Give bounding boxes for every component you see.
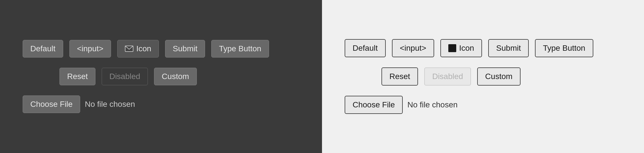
dark-choose-file-button[interactable]: Choose File [23,95,80,113]
dark-custom-button[interactable]: Custom [154,68,197,85]
light-input-button[interactable]: <input> [392,39,434,57]
envelope-icon [125,46,133,52]
dark-panel: Default <input> Icon Submit Type Button … [0,0,322,153]
light-file-row: Choose File No file chosen [345,96,621,114]
light-choose-file-button[interactable]: Choose File [345,96,403,114]
dark-submit-button[interactable]: Submit [165,40,205,58]
dark-no-file-text: No file chosen [85,100,135,109]
dark-input-button[interactable]: <input> [69,40,111,58]
dark-disabled-button: Disabled [102,68,148,85]
dark-icon-button[interactable]: Icon [117,40,159,58]
light-no-file-text: No file chosen [407,100,457,109]
light-icon-label: Icon [459,44,474,53]
light-reset-button[interactable]: Reset [381,67,418,86]
dark-type-button[interactable]: Type Button [211,40,269,58]
light-disabled-button: Disabled [424,67,471,86]
light-type-button[interactable]: Type Button [535,39,593,57]
dark-reset-button[interactable]: Reset [59,68,95,85]
light-default-button[interactable]: Default [345,39,386,57]
light-icon-button[interactable]: Icon [440,39,482,57]
light-submit-button[interactable]: Submit [488,39,529,57]
dark-row-1: Default <input> Icon Submit Type Button [23,40,299,58]
dark-file-row: Choose File No file chosen [23,95,299,113]
light-row-2: Reset Disabled Custom [345,67,621,86]
light-row-1: Default <input> Icon Submit Type Button [345,39,621,57]
black-square-icon [448,44,456,52]
dark-row-2: Reset Disabled Custom [23,68,299,85]
light-panel: Default <input> Icon Submit Type Button … [322,0,644,153]
light-custom-button[interactable]: Custom [477,67,520,86]
dark-icon-label: Icon [136,44,151,53]
dark-default-button[interactable]: Default [23,40,63,58]
